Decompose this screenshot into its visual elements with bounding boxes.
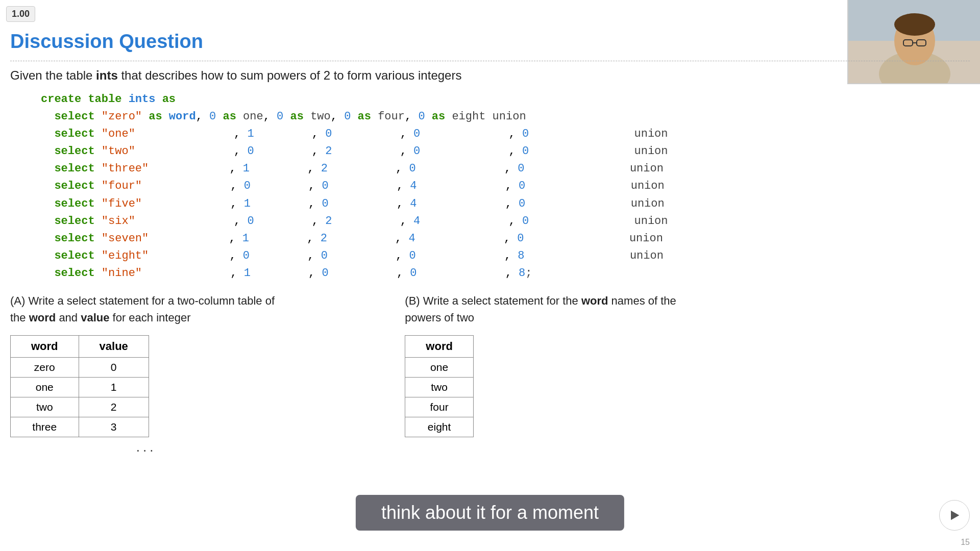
question-b-section: (B) Write a select statement for the wor…	[405, 292, 677, 437]
code-line-2: select "one" , 1 , 0 , 0 , 0 union	[41, 126, 970, 143]
question-b-label: (B) Write a select statement for the	[405, 294, 581, 307]
caption-subtitle: think about it for a moment	[356, 495, 624, 531]
word-cell: zero	[11, 358, 79, 378]
intro-pre: Given the table	[10, 68, 96, 82]
code-line-3: select "two" , 0 , 2 , 0 , 0 union	[41, 143, 970, 160]
table-row: eight	[405, 417, 474, 437]
question-b-text: (B) Write a select statement for the wor…	[405, 292, 677, 326]
code-line-4: select "three" , 1 , 2 , 0 , 0 union	[41, 160, 970, 178]
question-a-text: (A) Write a select statement for a two-c…	[10, 292, 282, 326]
table-row: four	[405, 397, 474, 417]
col-value-header: value	[79, 336, 149, 358]
svg-marker-9	[951, 511, 959, 520]
code-line-1: select "zero" as word, 0 as one, 0 as tw…	[41, 108, 970, 126]
table-row: one	[405, 358, 474, 378]
slide-title: Discussion Question	[10, 31, 970, 53]
word-cell: three	[11, 417, 79, 437]
code-line-7: select "six" , 0 , 2 , 4 , 0 union	[41, 213, 970, 230]
divider	[10, 61, 970, 61]
table-row: zero 0	[11, 358, 149, 378]
word-highlight: word	[29, 311, 56, 324]
value-cell: 2	[79, 397, 149, 417]
intro-post: that describes how to sum powers of 2 to…	[118, 68, 462, 82]
value-cell: 1	[79, 378, 149, 397]
and-text: and	[56, 311, 81, 324]
intro-paragraph: Given the table ints that describes how …	[10, 68, 970, 83]
word-b-cell: eight	[405, 417, 474, 437]
table-b: word one two four eight	[405, 335, 474, 437]
table-a: word value zero 0 one 1 two 2	[10, 335, 149, 437]
word-cell: one	[11, 378, 79, 397]
table-row: one 1	[11, 378, 149, 397]
col-word-b-header: word	[405, 336, 474, 358]
code-block: create table ints as select "zero" as wo…	[41, 91, 970, 282]
page-number: 15	[961, 538, 970, 547]
table-row: two 2	[11, 397, 149, 417]
questions-section: (A) Write a select statement for a two-c…	[10, 292, 970, 455]
question-a-suffix: for each integer	[109, 311, 190, 324]
code-line-8: select "seven" , 1 , 2 , 4 , 0 union	[41, 230, 970, 247]
slide-content: Discussion Question Given the table ints…	[10, 5, 970, 551]
word-b-cell: four	[405, 397, 474, 417]
word-cell: two	[11, 397, 79, 417]
table-a-ellipsis: ...	[10, 439, 282, 455]
play-button[interactable]	[939, 500, 970, 531]
code-line-10: select "nine" , 1 , 0 , 0 , 8;	[41, 265, 970, 282]
table-name-highlight: ints	[96, 68, 118, 82]
code-line-6: select "five" , 1 , 0 , 4 , 0 union	[41, 195, 970, 213]
table-row: two	[405, 378, 474, 397]
value-highlight: value	[81, 311, 109, 324]
col-word-header: word	[11, 336, 79, 358]
code-line-0: create table ints as	[41, 91, 970, 108]
word-b-highlight: word	[581, 294, 608, 307]
table-row: three 3	[11, 417, 149, 437]
value-cell: 0	[79, 358, 149, 378]
code-line-5: select "four" , 0 , 0 , 4 , 0 union	[41, 178, 970, 195]
word-b-cell: one	[405, 358, 474, 378]
word-b-cell: two	[405, 378, 474, 397]
code-line-9: select "eight" , 0 , 0 , 0 , 8 union	[41, 247, 970, 265]
question-a-section: (A) Write a select statement for a two-c…	[10, 292, 282, 455]
value-cell: 3	[79, 417, 149, 437]
